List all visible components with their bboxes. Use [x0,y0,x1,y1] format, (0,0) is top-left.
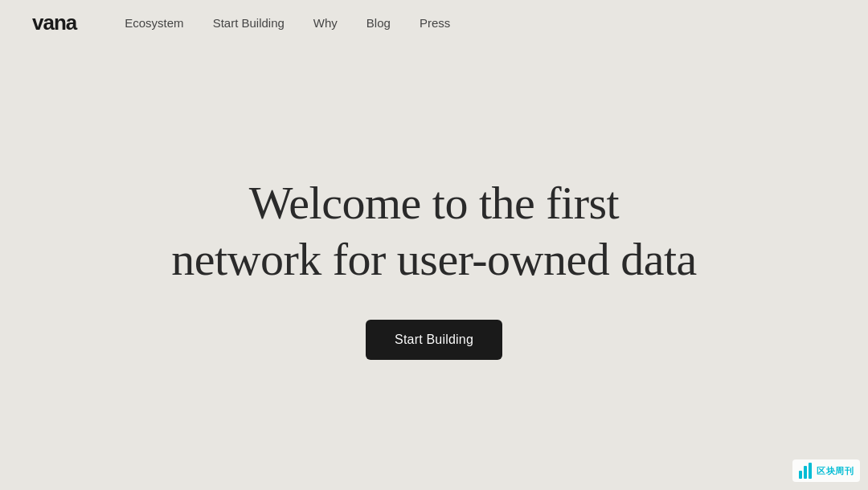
nav-item-why[interactable]: Why [313,16,338,30]
hero-title: Welcome to the first network for user-ow… [171,175,697,287]
nav-item-press[interactable]: Press [420,16,450,30]
nav-item-start-building[interactable]: Start Building [213,16,285,30]
logo[interactable]: vana [32,10,76,35]
bar-2 [804,466,807,479]
start-building-button[interactable]: Start Building [366,320,502,360]
watermark-badge: 区块周刊 [792,459,860,482]
bar-1 [799,471,802,479]
nav-item-ecosystem[interactable]: Ecosystem [125,16,183,30]
nav-menu: Ecosystem Start Building Why Blog Press [125,16,450,30]
nav-item-blog[interactable]: Blog [366,16,391,30]
navbar: vana Ecosystem Start Building Why Blog P… [0,0,868,45]
hero-section: Welcome to the first network for user-ow… [0,45,868,490]
bar-3 [809,463,812,479]
watermark-text: 区块周刊 [817,465,854,477]
watermark-icon [799,463,812,479]
